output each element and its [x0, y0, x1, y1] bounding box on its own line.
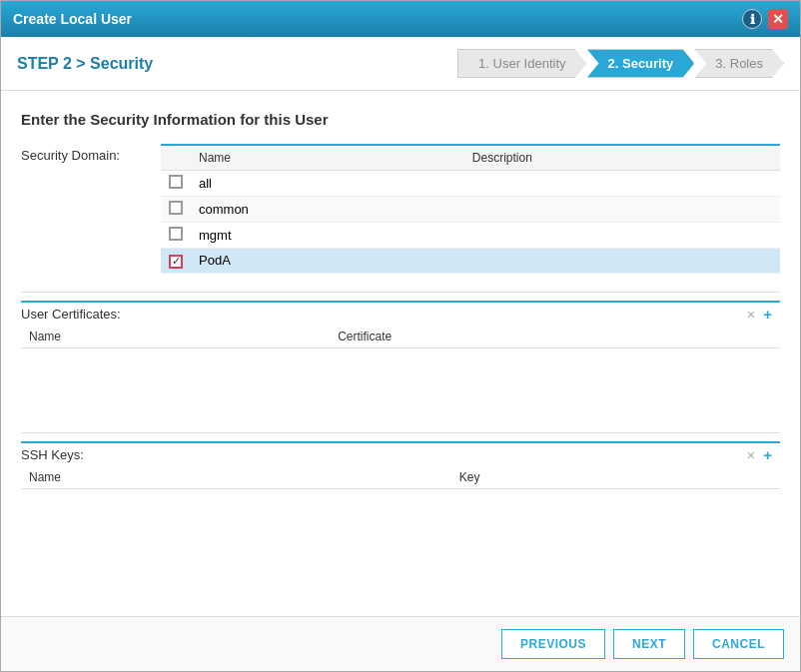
ssh-keys-actions: × + [161, 444, 780, 465]
domain-description [464, 171, 780, 197]
tab-user-identity[interactable]: 1. User Identity [457, 49, 586, 78]
divider-2 [21, 432, 780, 433]
domain-checkbox[interactable] [169, 255, 183, 269]
add-ssh-key-button[interactable]: + [759, 446, 776, 463]
add-certificate-button[interactable]: + [759, 306, 776, 323]
user-certificates-table: Name Certificate [21, 326, 780, 348]
domain-row[interactable]: all [161, 171, 780, 197]
ssh-keys-label: SSH Keys: [21, 443, 161, 466]
next-button[interactable]: NEXT [613, 629, 685, 659]
check-col-header [161, 145, 191, 171]
ssh-keys-section: SSH Keys: × + Name Key [21, 441, 780, 489]
footer: PREVIOUS NEXT CANCEL [1, 616, 800, 671]
cert-spacer [21, 364, 780, 424]
bottom-spacer [21, 505, 780, 607]
step-header: STEP 2 > Security 1. User Identity 2. Se… [1, 37, 800, 91]
remove-ssh-key-button[interactable]: × [742, 446, 759, 463]
cert-col: Certificate [330, 326, 780, 348]
tab-user-identity-label: 1. User Identity [478, 56, 565, 71]
security-domain-table-container: Name Description allcommonmgmtPodA [161, 144, 780, 274]
info-icon[interactable]: ℹ [742, 9, 762, 29]
cert-name-col: Name [21, 326, 330, 348]
security-domain-table: Name Description allcommonmgmtPodA [161, 144, 780, 274]
domain-description [464, 223, 780, 249]
domain-name: mgmt [191, 223, 464, 249]
tab-roles[interactable]: 3. Roles [694, 49, 784, 78]
tab-roles-label: 3. Roles [715, 56, 763, 71]
user-certificates-actions: × + [161, 304, 780, 325]
section-title: Enter the Security Information for this … [21, 111, 780, 128]
form-area: Enter the Security Information for this … [1, 91, 800, 616]
user-certificates-header: User Certificates: × + [21, 301, 780, 326]
content-area: STEP 2 > Security 1. User Identity 2. Se… [1, 37, 800, 671]
previous-button[interactable]: PREVIOUS [501, 629, 605, 659]
domain-description [464, 249, 780, 274]
cancel-button[interactable]: CANCEL [693, 629, 784, 659]
tab-security[interactable]: 2. Security [587, 49, 695, 78]
create-local-user-dialog: Create Local User ℹ ✕ STEP 2 > Security … [0, 0, 801, 672]
domain-row[interactable]: mgmt [161, 223, 780, 249]
domain-checkbox[interactable] [169, 201, 183, 215]
domain-checkbox[interactable] [169, 227, 183, 241]
ssh-key-col: Key [451, 466, 780, 489]
domain-row[interactable]: PodA [161, 249, 780, 274]
remove-certificate-button[interactable]: × [742, 306, 759, 323]
step-tabs: 1. User Identity 2. Security 3. Roles [457, 49, 784, 78]
domain-name: PodA [191, 249, 464, 274]
dialog-title: Create Local User [13, 11, 132, 27]
user-certificates-label: User Certificates: [21, 303, 161, 326]
domain-checkbox[interactable] [169, 175, 183, 189]
title-bar: Create Local User ℹ ✕ [1, 1, 800, 37]
ssh-name-col: Name [21, 466, 451, 489]
domain-name: common [191, 197, 464, 223]
ssh-keys-header: SSH Keys: × + [21, 441, 780, 466]
security-domain-label: Security Domain: [21, 144, 161, 163]
name-col-header: Name [191, 145, 464, 171]
domain-row[interactable]: common [161, 197, 780, 223]
user-certificates-section: User Certificates: × + Name Certificate [21, 301, 780, 348]
close-icon[interactable]: ✕ [768, 9, 788, 29]
domain-description [464, 197, 780, 223]
domain-name: all [191, 171, 464, 197]
ssh-keys-table: Name Key [21, 466, 780, 489]
security-domain-row: Security Domain: Name Description allcom… [21, 144, 780, 274]
current-step-label: STEP 2 > Security [17, 55, 457, 73]
tab-security-label: 2. Security [608, 56, 674, 71]
title-bar-icons: ℹ ✕ [742, 9, 788, 29]
desc-col-header: Description [464, 145, 780, 171]
divider-1 [21, 292, 780, 293]
